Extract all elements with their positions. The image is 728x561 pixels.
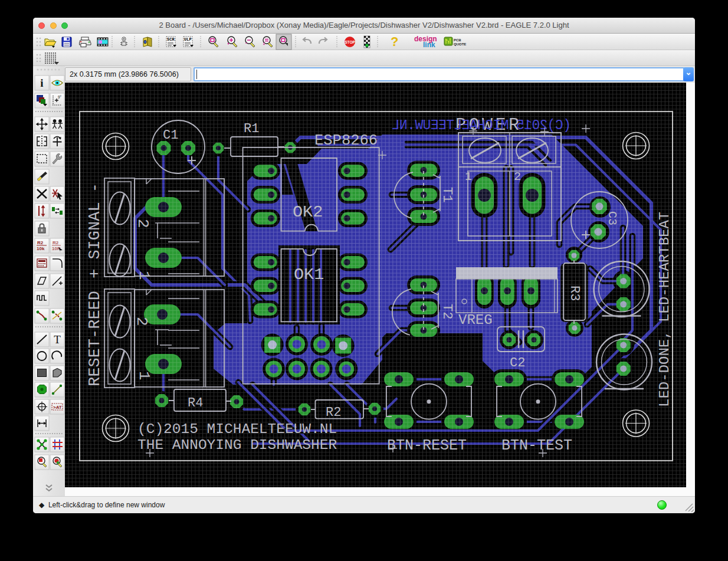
svg-text:?: ? xyxy=(391,34,398,49)
svg-text:R2: R2 xyxy=(37,240,44,245)
svg-text:QUOTE: QUOTE xyxy=(454,42,466,46)
svg-text:i: i xyxy=(40,77,43,89)
svg-text:T: T xyxy=(54,333,61,346)
svg-text:10k: 10k xyxy=(37,246,45,251)
svg-text:>AT: >AT xyxy=(53,405,62,410)
svg-text:ULP: ULP xyxy=(184,37,192,42)
svg-text:SCR: SCR xyxy=(167,37,175,42)
svg-text:link: link xyxy=(423,41,435,49)
svg-text:STOP: STOP xyxy=(345,40,355,44)
svg-text:R2: R2 xyxy=(53,240,59,245)
svg-text:PCB: PCB xyxy=(454,38,461,42)
svg-text:9°: 9° xyxy=(58,95,62,99)
